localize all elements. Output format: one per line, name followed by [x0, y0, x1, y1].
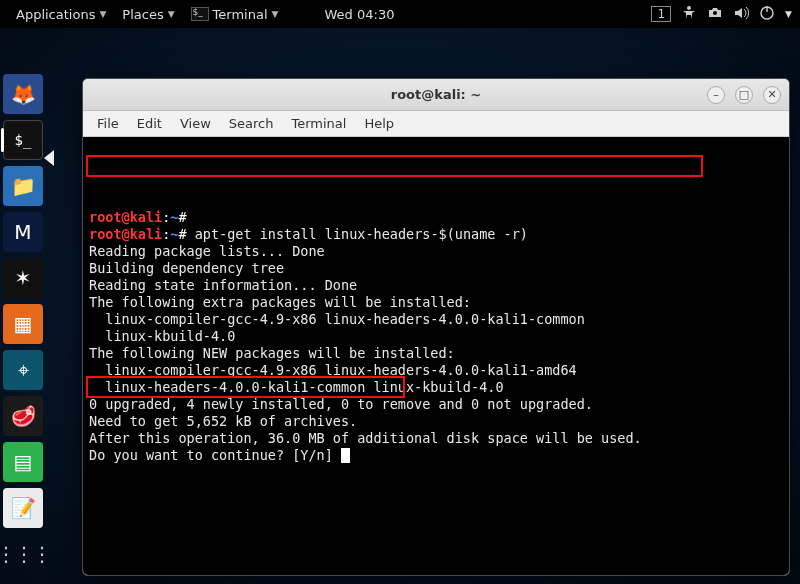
chevron-down-icon: ▼: [99, 9, 106, 19]
menu-search[interactable]: Search: [221, 114, 282, 133]
dock-item-iceweasel[interactable]: 🦊: [3, 74, 43, 114]
highlight-command: [86, 155, 703, 177]
places-label: Places: [122, 7, 163, 22]
dock: 🦊$_📁M✶▦⌖🥩▤📝⋮⋮⋮: [0, 70, 46, 578]
chevron-down-icon: ▼: [272, 9, 279, 19]
output-line: linux-compiler-gcc-4.9-x86 linux-headers…: [89, 362, 783, 379]
terminal-icon: $_: [191, 7, 209, 21]
dock-item-files[interactable]: 📁: [3, 166, 43, 206]
command-text: apt-get install linux-headers-$(uname -r…: [195, 226, 528, 242]
output-line: Need to get 5,652 kB of archives.: [89, 413, 783, 430]
dock-item-metasploit[interactable]: M: [3, 212, 43, 252]
dock-item-leafpad[interactable]: 📝: [3, 488, 43, 528]
places-menu[interactable]: Places ▼: [114, 7, 182, 22]
dock-active-pointer: [44, 150, 54, 166]
svg-rect-3: [766, 6, 767, 12]
maximize-button[interactable]: □: [735, 86, 753, 104]
output-line: linux-compiler-gcc-4.9-x86 linux-headers…: [89, 311, 783, 328]
output-line: linux-headers-4.0.0-kali1-common linux-k…: [89, 379, 783, 396]
power-icon[interactable]: [759, 5, 775, 24]
output-line: After this operation, 36.0 MB of additio…: [89, 430, 783, 447]
cursor: [341, 448, 350, 463]
dock-item-show-apps[interactable]: ⋮⋮⋮: [3, 534, 43, 574]
clock[interactable]: Wed 04:30: [316, 7, 402, 22]
svg-point-0: [687, 6, 691, 10]
output-line: Do you want to continue? [Y/n]: [89, 447, 783, 464]
menu-view[interactable]: View: [172, 114, 219, 133]
titlebar[interactable]: root@kali: ~ – □ ✕: [83, 79, 789, 111]
output-line: linux-kbuild-4.0: [89, 328, 783, 345]
terminal-app-menu[interactable]: $_ Terminal ▼: [183, 7, 287, 22]
output-line: The following NEW packages will be insta…: [89, 345, 783, 362]
menu-edit[interactable]: Edit: [129, 114, 170, 133]
camera-icon[interactable]: [707, 5, 723, 24]
chevron-down-icon[interactable]: ▼: [785, 9, 792, 19]
clock-label: Wed 04:30: [324, 7, 394, 22]
system-tray: 1 ▼: [651, 5, 792, 24]
svg-point-1: [713, 11, 717, 15]
command-line: root@kali:~# apt-get install linux-heade…: [89, 226, 783, 243]
close-button[interactable]: ✕: [763, 86, 781, 104]
chevron-down-icon: ▼: [168, 9, 175, 19]
accessibility-icon[interactable]: [681, 5, 697, 24]
workspace-indicator[interactable]: 1: [651, 6, 671, 22]
minimize-button[interactable]: –: [707, 86, 725, 104]
terminal-body[interactable]: root@kali:~# root@kali:~# apt-get instal…: [83, 137, 789, 575]
applications-label: Applications: [16, 7, 95, 22]
output-line: Reading state information... Done: [89, 277, 783, 294]
applications-menu[interactable]: Applications ▼: [8, 7, 114, 22]
dock-item-terminal[interactable]: $_: [3, 120, 43, 160]
top-panel: Applications ▼ Places ▼ $_ Terminal ▼ We…: [0, 0, 800, 28]
dock-item-maltego[interactable]: ⌖: [3, 350, 43, 390]
output-line: Reading package lists... Done: [89, 243, 783, 260]
menu-terminal[interactable]: Terminal: [283, 114, 354, 133]
prompt-line: root@kali:~#: [89, 209, 783, 226]
volume-icon[interactable]: [733, 5, 749, 24]
dock-item-beef[interactable]: 🥩: [3, 396, 43, 436]
dock-item-burp[interactable]: ▦: [3, 304, 43, 344]
output-line: 0 upgraded, 4 newly installed, 0 to remo…: [89, 396, 783, 413]
output-line: The following extra packages will be ins…: [89, 294, 783, 311]
menu-help[interactable]: Help: [356, 114, 402, 133]
dock-item-faraday[interactable]: ▤: [3, 442, 43, 482]
menu-file[interactable]: File: [89, 114, 127, 133]
terminal-label: Terminal: [213, 7, 268, 22]
menubar: FileEditViewSearchTerminalHelp: [83, 111, 789, 137]
window-title: root@kali: ~: [83, 87, 789, 102]
terminal-window: root@kali: ~ – □ ✕ FileEditViewSearchTer…: [82, 78, 790, 576]
output-line: Building dependency tree: [89, 260, 783, 277]
dock-item-armitage[interactable]: ✶: [3, 258, 43, 298]
